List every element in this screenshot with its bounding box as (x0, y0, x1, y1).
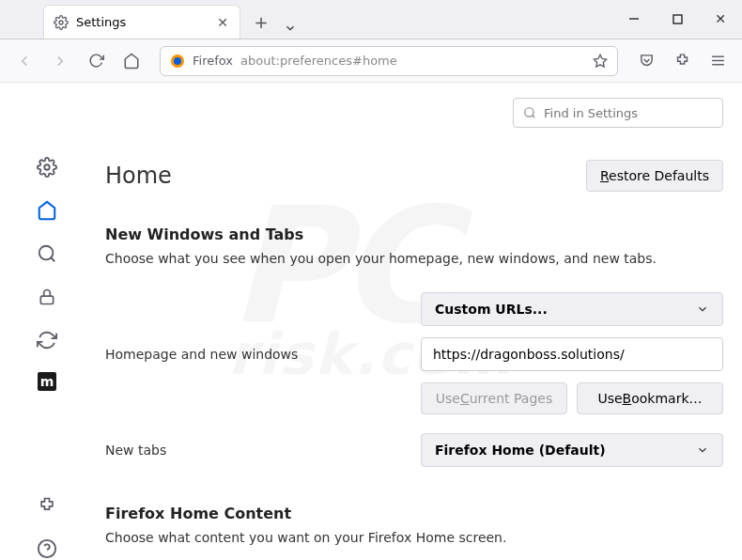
svg-point-0 (59, 21, 63, 24)
svg-point-4 (174, 57, 181, 65)
newtabs-label: New tabs (105, 443, 406, 458)
sidebar-general-icon[interactable] (36, 156, 58, 179)
minimize-button[interactable] (612, 0, 656, 39)
svg-line-11 (51, 257, 54, 261)
browser-tab[interactable]: Settings ✕ (43, 5, 240, 39)
settings-search-input[interactable] (544, 106, 713, 120)
page-title: Home (105, 163, 172, 189)
homepage-mode-select[interactable]: Custom URLs... (421, 292, 723, 326)
forward-button[interactable] (45, 46, 75, 76)
homepage-mode-value: Custom URLs... (435, 302, 548, 317)
window-titlebar: Settings ✕ + ✕ (0, 0, 742, 39)
settings-sidebar: m (0, 83, 94, 560)
svg-marker-5 (594, 54, 606, 67)
svg-line-16 (533, 116, 535, 118)
pocket-button[interactable] (631, 46, 661, 76)
home-button[interactable] (116, 46, 147, 76)
address-bar[interactable]: Firefox about:preferences#home (160, 46, 618, 76)
svg-point-9 (44, 164, 50, 170)
newtabs-value: Firefox Home (Default) (435, 443, 606, 458)
reload-button[interactable] (81, 46, 111, 76)
use-current-pages-button[interactable]: Use Current Pages (421, 382, 567, 414)
close-tab-icon[interactable]: ✕ (215, 15, 230, 30)
identity-label: Firefox (193, 54, 233, 68)
svg-point-15 (525, 108, 533, 117)
extensions-button[interactable] (667, 46, 697, 76)
homepage-url-input[interactable] (421, 337, 723, 371)
sidebar-privacy-icon[interactable] (36, 286, 58, 308)
use-bookmark-button[interactable]: Use Bookmark… (577, 382, 723, 414)
search-icon (523, 106, 536, 119)
sidebar-search-icon[interactable] (36, 242, 58, 265)
newtabs-select[interactable]: Firefox Home (Default) (421, 433, 723, 467)
svg-point-10 (39, 246, 54, 260)
maximize-button[interactable] (656, 0, 699, 39)
settings-main: Home Restore Defaults New Windows and Ta… (94, 83, 742, 560)
navigation-toolbar: Firefox about:preferences#home (0, 39, 742, 83)
settings-search[interactable] (513, 98, 723, 128)
sidebar-home-icon[interactable] (36, 199, 58, 222)
section-heading-content: Firefox Home Content (105, 505, 723, 522)
svg-rect-2 (673, 15, 682, 23)
bookmark-star-icon[interactable] (593, 54, 608, 69)
section-desc-content: Choose what content you want on your Fir… (105, 530, 723, 545)
firefox-icon (170, 54, 185, 69)
url-text: about:preferences#home (240, 54, 397, 68)
gear-icon (54, 15, 69, 30)
section-heading-windows: New Windows and Tabs (105, 226, 723, 243)
sidebar-extensions-icon[interactable] (36, 494, 58, 517)
tab-title: Settings (76, 15, 208, 29)
chevron-down-icon (696, 303, 709, 316)
sidebar-more-icon[interactable]: m (38, 372, 56, 391)
homepage-label: Homepage and new windows (105, 347, 406, 362)
sidebar-sync-icon[interactable] (36, 329, 58, 351)
close-window-button[interactable]: ✕ (699, 0, 742, 39)
sidebar-help-icon[interactable] (36, 537, 58, 560)
svg-rect-12 (40, 296, 53, 303)
section-desc-windows: Choose what you see when you open your h… (105, 251, 723, 266)
menu-button[interactable] (703, 46, 733, 76)
back-button[interactable] (9, 46, 39, 76)
restore-defaults-button[interactable]: Restore Defaults (586, 160, 723, 192)
chevron-down-icon (696, 443, 709, 457)
tabs-dropdown-icon[interactable] (274, 22, 306, 35)
new-tab-button[interactable]: + (248, 8, 274, 35)
